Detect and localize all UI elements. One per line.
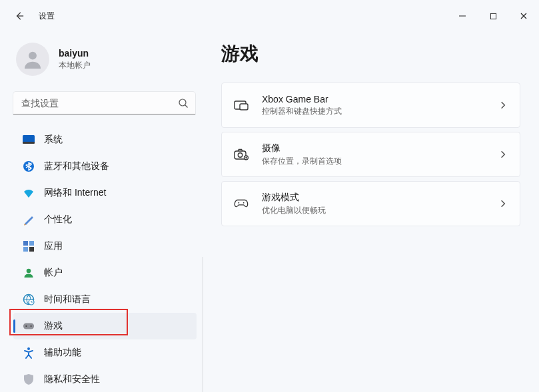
search-box (13, 92, 195, 114)
window-title: 设置 (39, 11, 55, 22)
svg-rect-8 (23, 247, 28, 252)
window-controls (447, 5, 539, 27)
svg-point-10 (27, 269, 31, 274)
sidebar-item-apps[interactable]: 应用 (13, 233, 197, 260)
sidebar-item-label: 个性化 (44, 214, 72, 226)
gamebar-icon (234, 98, 249, 112)
apps-icon (23, 240, 35, 252)
sidebar-item-label: 时间和语言 (44, 294, 91, 305)
search-icon (178, 98, 189, 108)
minimize-button[interactable] (447, 5, 478, 27)
svg-rect-7 (29, 241, 34, 246)
svg-point-20 (238, 153, 242, 157)
sidebar-divider (203, 257, 203, 392)
profile-sub: 本地帐户 (59, 60, 91, 71)
titlebar-left: 设置 (13, 10, 55, 22)
sidebar-item-label: 系统 (44, 134, 63, 146)
display-icon (23, 134, 35, 146)
sidebar-item-label: 蓝牙和其他设备 (44, 160, 109, 172)
card-game-mode[interactable]: 游戏模式 优化电脑以便畅玩 (221, 181, 520, 226)
card-title: 摄像 (262, 142, 498, 154)
sidebar-item-accounts[interactable]: 帐户 (13, 260, 197, 286)
account-icon (23, 267, 35, 279)
sidebar-item-system[interactable]: 系统 (13, 126, 197, 153)
globe-clock-icon (23, 294, 35, 305)
gamepad-icon (23, 320, 35, 332)
sidebar-item-accessibility[interactable]: 辅助功能 (13, 339, 197, 366)
card-text: Xbox Game Bar 控制器和键盘快捷方式 (262, 94, 498, 117)
profile-name: baiyun (59, 48, 91, 59)
sidebar-item-label: 应用 (44, 240, 63, 252)
svg-point-16 (27, 347, 30, 350)
sidebar-item-network[interactable]: 网络和 Internet (13, 180, 197, 206)
wifi-icon (23, 187, 35, 199)
card-sub: 保存位置，录制首选项 (262, 156, 498, 167)
svg-rect-13 (23, 323, 34, 329)
profile-section[interactable]: baiyun 本地帐户 (11, 37, 203, 88)
sidebar-item-label: 隐私和安全性 (44, 373, 100, 385)
titlebar: 设置 (0, 0, 539, 32)
page-title: 游戏 (221, 41, 520, 67)
main-content: 游戏 Xbox Game Bar 控制器和键盘快捷方式 摄像 保存位置，录制首选… (205, 32, 539, 392)
svg-rect-4 (23, 142, 35, 144)
card-title: Xbox Game Bar (262, 94, 498, 104)
svg-point-15 (31, 325, 32, 327)
sidebar-item-gaming[interactable]: 游戏 (13, 313, 197, 339)
svg-rect-9 (29, 247, 34, 252)
svg-point-22 (238, 202, 239, 204)
accessibility-icon (23, 347, 35, 359)
camera-icon (234, 147, 249, 162)
sidebar-item-personalization[interactable]: 个性化 (13, 206, 197, 233)
card-sub: 优化电脑以便畅玩 (262, 205, 498, 216)
avatar (16, 43, 49, 76)
svg-point-14 (25, 325, 27, 327)
maximize-button[interactable] (478, 5, 508, 27)
shield-icon (23, 373, 35, 385)
svg-rect-18 (240, 104, 248, 110)
card-xbox-game-bar[interactable]: Xbox Game Bar 控制器和键盘快捷方式 (221, 83, 520, 128)
svg-point-2 (179, 99, 186, 106)
search-input[interactable] (13, 92, 195, 114)
nav: 系统 蓝牙和其他设备 网络和 Internet (11, 126, 203, 392)
close-icon (520, 12, 528, 20)
maximize-icon (490, 13, 497, 20)
bluetooth-icon (23, 160, 35, 172)
chevron-right-icon (498, 100, 508, 110)
card-title: 游戏模式 (262, 192, 498, 204)
svg-point-1 (29, 52, 37, 60)
sidebar: baiyun 本地帐户 系统 蓝 (0, 32, 205, 392)
arrow-left-icon (15, 11, 24, 21)
paintbrush-icon (23, 214, 35, 226)
profile-text: baiyun 本地帐户 (59, 48, 91, 71)
controller-icon (234, 196, 249, 211)
person-icon (21, 48, 44, 71)
chevron-right-icon (498, 199, 508, 208)
sidebar-item-label: 辅助功能 (44, 347, 81, 359)
card-text: 摄像 保存位置，录制首选项 (262, 142, 498, 167)
minimize-icon (458, 12, 466, 20)
card-sub: 控制器和键盘快捷方式 (262, 106, 498, 117)
sidebar-item-privacy[interactable]: 隐私和安全性 (13, 366, 197, 392)
svg-rect-0 (490, 13, 496, 19)
svg-rect-6 (23, 241, 28, 246)
sidebar-item-bluetooth[interactable]: 蓝牙和其他设备 (13, 153, 197, 180)
sidebar-item-time-language[interactable]: 时间和语言 (13, 286, 197, 313)
close-button[interactable] (508, 5, 539, 27)
chevron-right-icon (498, 150, 508, 159)
svg-point-23 (243, 202, 245, 204)
card-text: 游戏模式 优化电脑以便畅玩 (262, 192, 498, 216)
sidebar-item-label: 帐户 (44, 267, 63, 279)
card-captures[interactable]: 摄像 保存位置，录制首选项 (221, 132, 520, 177)
back-button[interactable] (13, 10, 25, 22)
sidebar-item-label: 游戏 (44, 320, 63, 332)
sidebar-item-label: 网络和 Internet (44, 187, 106, 199)
